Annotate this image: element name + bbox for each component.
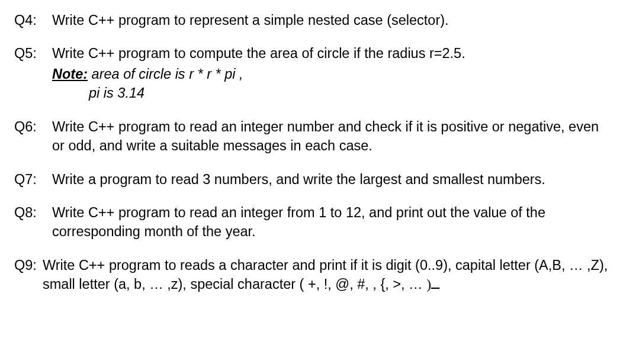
question-4: Q4: Write C++ program to represent a sim…	[14, 11, 609, 30]
q5-note-label: Note:	[52, 66, 88, 82]
q9-text-part2: )ــ	[426, 276, 439, 292]
q7-body: Write a program to read 3 numbers, and w…	[52, 170, 609, 189]
q6-text: Write C++ program to read an integer num…	[52, 119, 599, 153]
question-6: Q6: Write C++ program to read an integer…	[14, 117, 609, 156]
question-8: Q8: Write C++ program to read an integer…	[14, 203, 609, 241]
q9-body: Write C++ program to reads a character a…	[43, 256, 609, 294]
q5-note: Note: area of circle is r * r * pi ,	[52, 65, 609, 83]
question-9: Q9: Write C++ program to reads a charact…	[14, 256, 609, 294]
q4-label: Q4:	[14, 11, 52, 30]
q8-label: Q8:	[14, 203, 52, 241]
question-5: Q5: Write C++ program to compute the are…	[14, 44, 609, 102]
q8-text: Write C++ program to read an integer fro…	[52, 205, 545, 239]
q4-body: Write C++ program to represent a simple …	[52, 11, 609, 30]
q8-body: Write C++ program to read an integer fro…	[52, 203, 609, 241]
q5-body: Write C++ program to compute the area of…	[52, 44, 609, 102]
q5-label: Q5:	[14, 44, 52, 102]
q5-note-text: area of circle is r * r * pi ,	[88, 66, 243, 82]
q7-text: Write a program to read 3 numbers, and w…	[52, 172, 545, 187]
question-7: Q7: Write a program to read 3 numbers, a…	[14, 170, 609, 189]
q7-label: Q7:	[14, 170, 52, 189]
q9-label: Q9:	[14, 256, 43, 294]
q5-pi-text: pi is 3.14	[52, 83, 609, 102]
q4-text: Write C++ program to represent a simple …	[52, 12, 449, 28]
q9-text-part1: Write C++ program to reads a character a…	[43, 257, 608, 292]
q6-body: Write C++ program to read an integer num…	[52, 117, 609, 156]
q6-label: Q6:	[14, 117, 52, 156]
q5-text: Write C++ program to compute the area of…	[52, 44, 609, 63]
